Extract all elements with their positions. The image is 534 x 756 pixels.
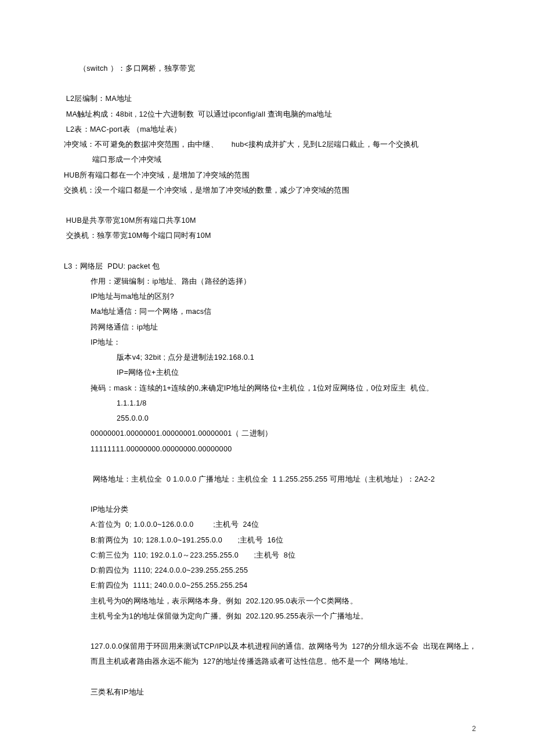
text-line: 版本v4; 32bit ; 点分是进制法192.168.0.1 [64, 350, 476, 365]
text-line: MA触址构成：48bit , 12位十六进制数 可以通过ipconfig/all… [64, 107, 476, 122]
text-line: IP地址分类 [64, 502, 476, 517]
text-line: E:前四位为 1111; 240.0.0.0~255.255.255.254 [64, 578, 476, 593]
text-line: HUB所有端口都在一个冲突域，是增加了冲突域的范围 [64, 168, 476, 183]
blank-line [64, 624, 476, 639]
document-page: （switch ）：多口网桥，独享带宽 L2层编制：MA地址 MA触址构成：48… [0, 0, 534, 756]
text-line: HUB是共享带宽10M所有端口共享10M [64, 213, 476, 228]
text-line: 网络地址：主机位全 0 1.0.0.0 广播地址：主机位全 1 1.255.25… [64, 472, 476, 487]
text-line: 交换机：独享带宽10M每个端口同时有10M [64, 228, 476, 243]
text-line: 三类私有IP地址 [64, 685, 476, 700]
blank-line [64, 76, 476, 91]
text-line: （switch ）：多口网桥，独享带宽 [64, 61, 476, 76]
text-line: C:前三位为 110; 192.0.1.0～223.255.255.0 ;主机号… [64, 548, 476, 563]
text-line: 主机号全为1的地址保留做为定向广播。例如 202.120.95.255表示一个广… [64, 609, 476, 624]
text-line: 00000001.00000001.00000001.00000001（ 二进制… [64, 426, 476, 441]
blank-line [64, 198, 476, 213]
text-line: 11111111.00000000.00000000.00000000 [64, 442, 476, 457]
text-line: 而且主机或者路由器永远不能为 127的地址传播选路或者可达性信息。他不是一个 网… [64, 654, 476, 669]
text-line: IP地址与ma地址的区别? [64, 289, 476, 304]
text-line: Ma地址通信：同一个网络，macs信 [64, 304, 476, 319]
text-line: IP地址： [64, 335, 476, 350]
text-line: 255.0.0.0 [64, 411, 476, 426]
text-line: IP=网络位+主机位 [64, 365, 476, 380]
text-line: D:前四位为 1110; 224.0.0.0~239.255.255.255 [64, 563, 476, 578]
blank-line [64, 670, 476, 685]
text-line: 跨网络通信：ip地址 [64, 320, 476, 335]
text-line: L3：网络层 PDU: packet 包 [64, 259, 476, 274]
text-line: 主机号为0的网络地址，表示网络本身。例如 202.120.95.0表示一个C类网… [64, 594, 476, 609]
document-body: （switch ）：多口网桥，独享带宽 L2层编制：MA地址 MA触址构成：48… [64, 61, 476, 700]
text-line: 掩码：mask：连续的1+连续的0,来确定IP地址的网络位+主机位，1位对应网络… [64, 381, 476, 396]
text-line: 127.0.0.0保留用于环回用来测试TCP/IP以及本机进程间的通信。故网络号… [64, 639, 476, 654]
text-line: L2表：MAC-port表 （ma地址表） [64, 122, 476, 137]
text-line: A:首位为 0; 1.0.0.0~126.0.0.0 ;主机号 24位 [64, 517, 476, 532]
text-line: B:前两位为 10; 128.1.0.0~191.255.0.0 ;主机号 16… [64, 533, 476, 548]
text-line: L2层编制：MA地址 [64, 91, 476, 106]
text-line: 端口形成一个冲突域 [64, 152, 476, 167]
blank-line [64, 487, 476, 502]
blank-line [64, 457, 476, 472]
text-line: 冲突域：不可避免的数据冲突范围，由中继、 hub<接构成并扩大，见到L2层端口截… [64, 137, 476, 152]
page-number: 2 [472, 725, 476, 733]
text-line: 1.1.1.1/8 [64, 396, 476, 411]
text-line: 作用：逻辑编制：ip地址、路由（路径的选择） [64, 274, 476, 289]
blank-line [64, 244, 476, 259]
text-line: 交换机：没一个端口都是一个冲突域，是增加了冲突域的数量，减少了冲突域的范围 [64, 183, 476, 198]
